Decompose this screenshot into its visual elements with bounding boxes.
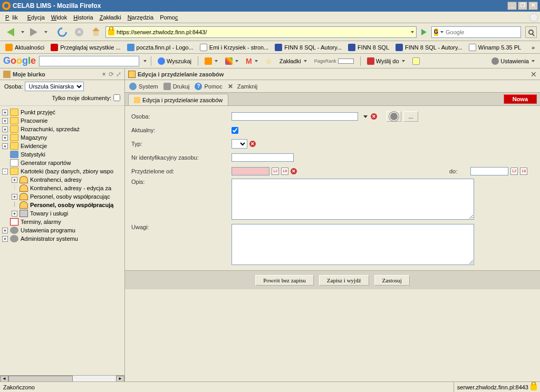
forward-button[interactable] [26,25,41,40]
google-search-button[interactable]: Wyszukaj [156,56,194,66]
tree-item[interactable]: ⋮Kontrahenci, adresy - edycja za [0,184,124,192]
person-select[interactable]: Urszula Siniarska [25,82,84,91]
content-tab[interactable]: Edycja i przydzielanie zasobów [128,94,228,105]
stop-button[interactable]: ✕ [72,25,86,40]
menu-history[interactable]: Historia [70,13,96,22]
clear-icon[interactable]: ✕ [371,113,377,120]
menu-bookmarks[interactable]: Zakładki [97,13,124,22]
tree-item[interactable]: +Towary i usługi [0,209,124,218]
textarea-uwagi[interactable] [232,224,474,265]
menu-tools[interactable]: Narzędzia [124,13,157,22]
input-nr-id[interactable] [232,153,294,162]
google-highlight-button[interactable] [410,56,422,66]
input-date-to[interactable] [470,167,508,175]
back-button[interactable] [3,25,18,40]
save-button[interactable]: Zapisz i wyjdź [319,275,369,286]
clear-icon[interactable]: ✕ [249,141,256,147]
sidebar-action-icon[interactable]: ⟳ [109,71,114,78]
tree-item[interactable]: Statystyki [0,150,124,159]
expand-icon[interactable]: + [2,236,8,242]
search-input[interactable] [446,29,518,35]
url-dropdown-icon[interactable] [411,31,414,33]
google-search-dropdown-icon[interactable] [143,60,147,62]
calendar-icon[interactable]: 12 [272,168,279,175]
tree-item[interactable]: +Administrator systemu [0,234,124,243]
reload-button[interactable] [55,25,70,40]
cancel-button[interactable]: Powrót bez zapisu [255,275,314,286]
menu-file[interactable]: Plik [2,13,24,22]
google-share-button[interactable]: Wyślij do [365,56,407,66]
collapse-icon[interactable]: - [2,169,8,174]
bookmark-item[interactable]: FINN 8 SQL - Autory... [393,43,465,52]
settings-button[interactable] [387,111,401,122]
tree-item[interactable]: -Kartoteki (bazy danych, zbiory wspo [0,167,124,175]
expand-icon[interactable]: + [2,143,8,149]
toolbar-close[interactable]: ✕Zamknij [228,83,258,90]
textarea-opis[interactable] [232,179,474,220]
calendar-icon[interactable]: 18 [520,168,527,175]
back-dropdown-icon[interactable] [21,31,24,33]
tree-item[interactable]: Terminy, alarmy [0,218,124,226]
apply-button[interactable]: Zastosuj [374,275,410,286]
tree-item[interactable]: Generator raportów [0,159,124,167]
search-go-button[interactable] [525,26,537,38]
toolbar-help[interactable]: ?Pomoc [195,83,222,90]
menu-edit[interactable]: Edycja [24,13,48,22]
google-settings-button[interactable]: Ustawienia [489,56,537,66]
google-search-input[interactable] [39,56,139,66]
bookmarks-overflow[interactable]: » [529,43,537,52]
gmail-button[interactable]: M [244,56,260,66]
bookmark-item[interactable]: poczta.finn.pl - Logo... [125,43,196,52]
expand-icon[interactable]: + [2,126,8,132]
google-star-button[interactable]: ☆ [263,56,274,66]
forward-dropdown-icon[interactable] [44,31,47,33]
bookmark-item[interactable]: Przeglądaj wszystkie ... [49,43,122,52]
input-date-from[interactable] [232,167,269,175]
pagerank-indicator[interactable]: PageRank [312,57,356,65]
sidebar-action-icon[interactable]: ⤢ [116,71,121,78]
tree-item[interactable]: +Ewidencje [0,142,124,150]
expand-icon[interactable]: + [12,194,17,200]
tree-item[interactable]: +Punkt przyjęć [0,108,124,116]
expand-icon[interactable]: + [2,135,8,141]
google-bookmarks-menu[interactable]: Zakładki [277,57,309,65]
expand-icon[interactable]: + [12,177,17,183]
sidebar-action-icon[interactable]: ✶ [101,71,107,78]
bookmark-item[interactable]: Winamp 5.35 PL [467,43,523,52]
more-button[interactable]: ... [403,111,418,122]
expand-icon[interactable]: + [12,211,17,217]
tree-item[interactable]: +Kontrahenci, adresy [0,175,124,184]
calendar-icon[interactable]: 12 [510,168,518,175]
toolbar-system[interactable]: System [129,83,158,90]
google-news-button[interactable] [202,56,220,66]
minimize-button[interactable]: _ [507,2,517,10]
tree-item[interactable]: +Pracownie [0,116,124,125]
bookmark-item[interactable]: FINN 8 SQL - Autory... [273,43,344,52]
go-button[interactable] [419,27,429,37]
home-button[interactable] [89,25,103,40]
expand-icon[interactable]: + [2,110,8,115]
clear-icon[interactable]: ✕ [291,168,297,174]
content-close-button[interactable]: ✕ [531,70,537,79]
url-input[interactable] [117,29,410,35]
expand-icon[interactable]: + [2,228,8,233]
tree-item[interactable]: +Personel, osoby współpracując [0,192,124,201]
input-osoba[interactable] [232,112,358,121]
calendar-icon[interactable]: 18 [281,168,288,175]
menu-help[interactable]: Pomoc [157,13,181,22]
url-bar[interactable] [105,26,417,38]
tree-item[interactable]: +Ustawienia programu [0,226,124,234]
search-box[interactable]: G [431,26,521,38]
menu-view[interactable]: Widok [48,13,71,22]
search-engine-dropdown-icon[interactable] [440,31,443,33]
toolbar-print[interactable]: Drukuj [163,83,190,90]
google-bookmarks-button[interactable] [223,56,240,66]
tree-item-active[interactable]: ⋮Personel, osoby współpracują [0,201,124,209]
bookmark-item[interactable]: FINN 8 SQL [346,43,391,52]
restore-button[interactable]: ❐ [518,2,527,10]
bookmark-item[interactable]: Aktualności [3,43,46,52]
tree-item[interactable]: +Magazyny [0,133,124,142]
expand-icon[interactable]: + [2,118,8,124]
dropdown-icon[interactable] [363,115,368,118]
close-button[interactable]: ✕ [528,2,538,10]
